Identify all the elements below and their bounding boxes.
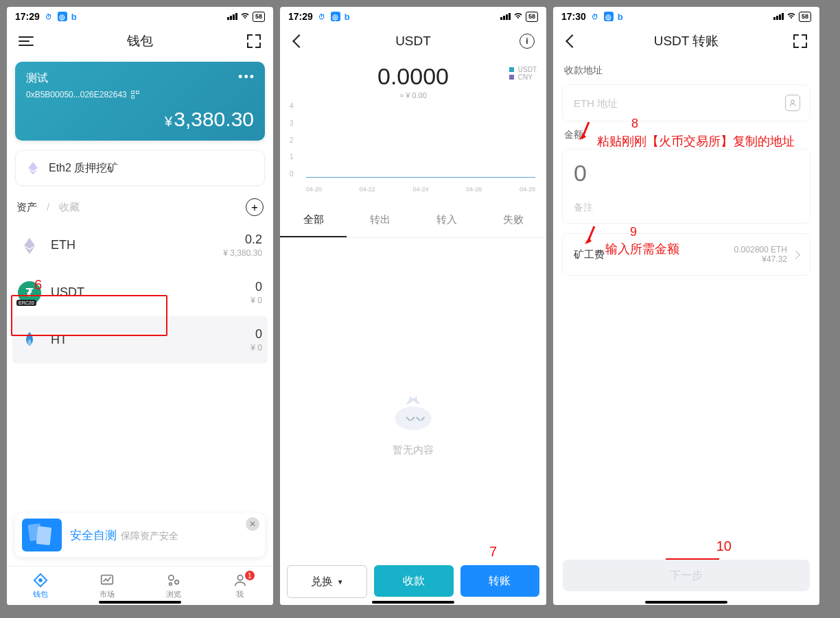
tab-fav[interactable]: 收藏 [59, 201, 80, 214]
svg-rect-0 [132, 91, 135, 94]
whale-icon [386, 386, 441, 434]
svg-marker-3 [28, 162, 38, 171]
menu-icon[interactable] [16, 32, 36, 51]
token-balance-fiat: ≈ ¥ 0.00 [280, 91, 546, 99]
asset-fiat: ¥ 3,380.30 [223, 248, 262, 258]
x-tick: 04-26 [466, 186, 482, 193]
clock-icon: ⏱ [317, 12, 327, 21]
asset-amount: 0 [250, 327, 262, 342]
app-badge-icon: ◎ [604, 12, 614, 21]
x-tick: 04-28 [520, 186, 535, 193]
wallet-card[interactable]: 测试 ••• 0xB5B00050...026E282643 ¥3,380.30 [15, 62, 265, 141]
asset-fiat: ¥ 0 [250, 343, 262, 353]
asset-row-usdt[interactable]: ₮ ERC20 USDT 0¥ 0 [15, 269, 265, 316]
close-icon[interactable]: ✕ [246, 517, 259, 531]
tab-assets[interactable]: 资产 [16, 201, 37, 214]
tab-in[interactable]: 转入 [413, 204, 480, 237]
tab-out[interactable]: 转出 [347, 204, 413, 237]
token-balance: 0.0000 [280, 63, 546, 90]
svg-point-12 [169, 582, 172, 585]
amount-input[interactable] [572, 159, 803, 187]
nav-wallet[interactable]: 钱包 [7, 567, 73, 605]
qr-icon [131, 91, 139, 99]
balance-block: 0.0000 ≈ ¥ 0.00 USDT CNY [280, 56, 546, 102]
wifi-icon [240, 12, 250, 21]
status-bar: 17:29 ⏱ ◎ b 58 [280, 7, 546, 26]
asset-amount: 0 [250, 280, 262, 294]
svg-rect-2 [132, 96, 135, 99]
wifi-icon [786, 12, 796, 21]
stake-label: Eth2 质押挖矿 [49, 161, 118, 176]
security-banner[interactable]: 安全自测保障资产安全 ✕ [15, 513, 265, 557]
next-button[interactable]: 下一步 [563, 560, 810, 591]
signal-icon [773, 13, 784, 20]
contact-icon[interactable] [785, 95, 800, 111]
receive-button[interactable]: 收款 [374, 565, 453, 597]
fee-cny: ¥47.32 [762, 254, 787, 264]
app-badge-icon: ◎ [331, 12, 340, 21]
battery-icon: 58 [253, 12, 265, 22]
tx-tabs: 全部 转出 转入 失败 [280, 204, 546, 238]
back-icon[interactable] [290, 32, 309, 51]
back-icon[interactable] [563, 32, 582, 51]
address-input[interactable] [572, 97, 785, 110]
transfer-button[interactable]: 转账 [460, 565, 539, 597]
ht-token-icon [18, 329, 41, 352]
app-header: USDT i [280, 26, 546, 56]
tab-all[interactable]: 全部 [280, 204, 347, 237]
memo-input[interactable] [572, 201, 803, 213]
asset-list: ETH 0.2¥ 3,380.30 ₮ ERC20 USDT 0¥ 0 HT 0… [15, 222, 265, 364]
nav-market[interactable]: 市场 [73, 567, 140, 605]
balance-chart: 4 3 2 1 0 04-20 04-22 04-24 04-26 04-28 [287, 102, 539, 198]
tab-fail[interactable]: 失败 [480, 204, 546, 237]
annotation-10: 10 [716, 538, 732, 554]
eth2-stake-row[interactable]: Eth2 质押挖矿 [15, 150, 265, 186]
asset-fiat: ¥ 0 [250, 296, 262, 305]
add-asset-icon[interactable]: + [246, 198, 264, 216]
phone-token-detail: 17:29 ⏱ ◎ b 58 USDT i 0.0000 ≈ ¥ 0.00 US… [280, 7, 546, 605]
wifi-icon [513, 12, 523, 21]
info-icon[interactable]: i [517, 32, 537, 51]
wallet-address[interactable]: 0xB5B00050...026E282643 [26, 90, 254, 99]
clock-icon: ⏱ [590, 12, 600, 21]
doc-icon [22, 519, 62, 551]
y-tick: 4 [290, 102, 294, 110]
scan-icon[interactable] [244, 32, 264, 51]
status-bar: 17:30 ⏱ ◎ b 58 [553, 7, 819, 26]
status-time: 17:29 [15, 11, 40, 22]
scan-icon[interactable] [791, 32, 810, 51]
nav-browse[interactable]: 浏览 [140, 567, 207, 605]
recv-label: 收款地址 [553, 60, 819, 81]
app-header: USDT 转账 [553, 26, 819, 56]
chevron-right-icon [791, 250, 800, 259]
asset-symbol: ETH [51, 238, 223, 252]
chart-legend: USDT CNY [509, 66, 537, 81]
x-tick: 04-22 [360, 186, 375, 193]
browse-icon [166, 573, 181, 588]
empty-text: 暂无内容 [393, 444, 434, 457]
market-icon [100, 573, 115, 588]
amount-field[interactable] [563, 150, 810, 223]
status-bar: 17:29 ⏱ ◎ b 58 [7, 7, 273, 26]
arrow-icon [585, 225, 601, 244]
svg-point-15 [791, 100, 795, 104]
empty-state: 暂无内容 [280, 238, 546, 605]
signal-icon [227, 13, 237, 20]
asset-row-eth[interactable]: ETH 0.2¥ 3,380.30 [15, 222, 265, 269]
home-indicator [645, 601, 727, 604]
signal-icon [500, 13, 511, 20]
eth-icon [25, 161, 40, 176]
header-title: 钱包 [7, 32, 273, 50]
y-tick: 0 [290, 170, 294, 178]
annotation-7: 7 [489, 544, 497, 560]
arrow-icon [579, 121, 596, 140]
more-icon[interactable]: ••• [238, 70, 255, 84]
asset-tabs: 资产 / 收藏 + [15, 198, 265, 216]
asset-row-ht[interactable]: HT 0¥ 0 [12, 316, 268, 364]
address-field[interactable] [563, 85, 810, 121]
annotation-6: 6 [34, 277, 42, 293]
nav-me[interactable]: 1 我 [207, 567, 273, 605]
asset-amount: 0.2 [223, 233, 262, 247]
home-indicator [99, 601, 181, 604]
swap-button[interactable]: 兑换▼ [287, 565, 367, 598]
